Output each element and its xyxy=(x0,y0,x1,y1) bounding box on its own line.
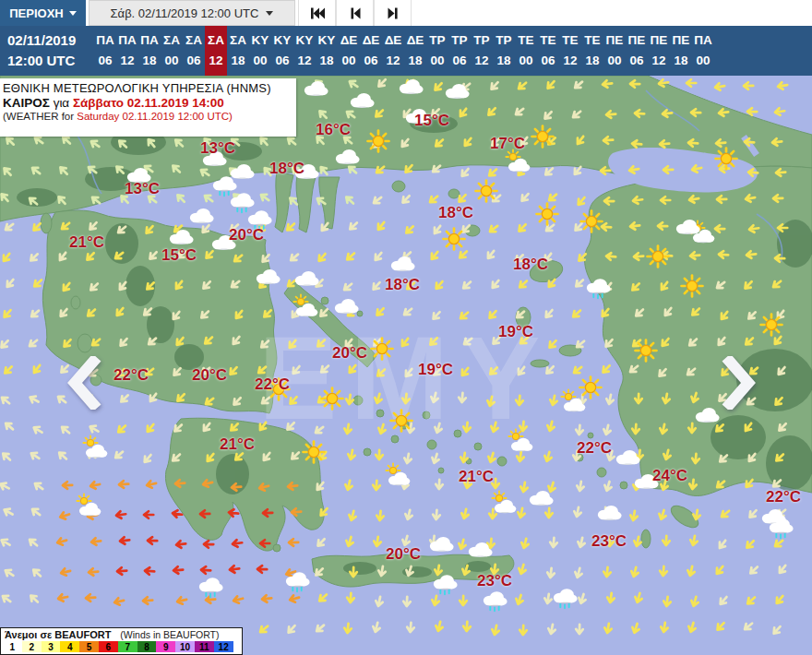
timeline-cell[interactable]: ΤΡ12 xyxy=(471,26,493,76)
legend-subtitle: (Winds in BEAUFORT) xyxy=(120,629,219,640)
beaufort-scale-cell: 7 xyxy=(118,641,137,652)
datetime-dropdown-label: Σάβ. 02/11/2019 12:00 UTC xyxy=(111,6,259,20)
temperature-label: 13°C xyxy=(200,139,235,158)
timeline-cell[interactable]: ΔΕ06 xyxy=(360,26,382,76)
timeline-cell[interactable]: ΚΥ18 xyxy=(316,26,338,76)
temperature-label: 22°C xyxy=(113,366,149,385)
beaufort-scale-cell: 9 xyxy=(156,641,175,652)
timeline-cell[interactable]: ΠΕ00 xyxy=(603,26,626,76)
timeline-time: 12:00 UTC xyxy=(7,51,94,71)
timeline-cell[interactable]: ΣΑ06 xyxy=(183,26,205,76)
skip-to-start-button[interactable] xyxy=(298,0,336,26)
temperature-label: 18°C xyxy=(385,276,420,294)
temperature-label: 15°C xyxy=(161,246,197,265)
agency-title: ΕΘΝΙΚΗ ΜΕΤΕΩΡΟΛΟΓΙΚΗ ΥΠΗΡΕΣΙΑ (HNMS) xyxy=(3,81,292,95)
timeline-cell[interactable]: ΚΥ06 xyxy=(271,26,293,76)
sun-icon xyxy=(391,411,412,432)
temperature-label: 21°C xyxy=(459,468,494,486)
timeline-cell[interactable]: ΚΥ00 xyxy=(249,26,271,76)
weather-map: ΕΜΥ ΕΘΝΙΚΗ ΜΕΤΕΩΡΟΛΟΓΙΚΗ ΥΠΗΡΕΣΙΑ (HNMS)… xyxy=(0,76,812,655)
map-header-box: ΕΘΝΙΚΗ ΜΕΤΕΩΡΟΛΟΓΙΚΗ ΥΠΗΡΕΣΙΑ (HNMS) ΚΑΙ… xyxy=(0,78,296,137)
datetime-dropdown-button[interactable]: Σάβ. 02/11/2019 12:00 UTC xyxy=(89,0,295,26)
beaufort-scale-cell: 5 xyxy=(79,641,99,652)
timeline-cell[interactable]: ΠΑ12 xyxy=(116,26,138,76)
beaufort-scale: 123456789101112 xyxy=(3,641,240,652)
beaufort-scale-cell: 1 xyxy=(3,641,22,652)
timeline-cell[interactable]: ΠΑ18 xyxy=(138,26,161,76)
timeline-cell[interactable]: ΤΡ18 xyxy=(493,26,515,76)
beaufort-scale-cell: 4 xyxy=(60,641,79,652)
temperature-label: 18°C xyxy=(269,160,304,178)
timeline-cell[interactable]: ΣΑ18 xyxy=(227,26,249,76)
step-back-button[interactable] xyxy=(336,0,374,26)
skip-to-start-icon xyxy=(309,6,326,20)
timeline-cell[interactable]: ΤΡ06 xyxy=(448,26,471,76)
temperature-label: 22°C xyxy=(766,488,801,506)
timeline-cell[interactable]: ΤΕ18 xyxy=(581,26,603,76)
temperature-label: 16°C xyxy=(316,121,351,139)
timeline-bar: 02/11/2019 12:00 UTC ΠΑ06ΠΑ12ΠΑ18ΣΑ00ΣΑ0… xyxy=(0,26,812,76)
timeline-cell[interactable]: ΠΑ00 xyxy=(692,26,714,76)
timeline-cell[interactable]: ΔΕ12 xyxy=(382,26,404,76)
timeline-current-datetime: 02/11/2019 12:00 UTC xyxy=(0,26,94,76)
timeline-date: 02/11/2019 xyxy=(7,30,94,51)
sun-icon xyxy=(580,377,602,399)
timeline-cell[interactable]: ΣΑ12 xyxy=(205,26,227,76)
temperature-label: 17°C xyxy=(490,135,525,153)
step-back-icon xyxy=(349,6,362,20)
timeline-cell[interactable]: ΤΕ00 xyxy=(515,26,537,76)
timeline-cell[interactable]: ΔΕ00 xyxy=(338,26,360,76)
temperature-label: 13°C xyxy=(125,180,160,198)
timeline-cell[interactable]: ΔΕ18 xyxy=(404,26,426,76)
forecast-title-utc: (WEATHER for Saturday 02.11.2019 12:00 U… xyxy=(3,111,292,122)
sun-icon xyxy=(682,276,703,297)
sun-icon xyxy=(444,229,465,250)
beaufort-scale-cell: 2 xyxy=(22,641,42,652)
sun-icon xyxy=(716,149,737,170)
temperature-label: 20°C xyxy=(386,545,421,564)
temperature-label: 18°C xyxy=(438,204,473,222)
step-forward-button[interactable] xyxy=(374,0,412,26)
chevron-down-icon xyxy=(266,11,273,16)
sun-icon xyxy=(322,388,343,410)
temperature-label: 15°C xyxy=(414,112,449,130)
sun-icon xyxy=(368,131,389,152)
weather-app-window: ΠΕΡΙΟΧΗ Σάβ. 02/11/2019 12:00 UTC xyxy=(0,0,812,655)
timeline-cell[interactable]: ΠΕ06 xyxy=(626,26,648,76)
chevron-left-icon xyxy=(75,362,93,404)
region-dropdown-label: ΠΕΡΙΟΧΗ xyxy=(9,6,64,20)
pan-right-button[interactable] xyxy=(720,356,758,410)
region-dropdown-button[interactable]: ΠΕΡΙΟΧΗ xyxy=(0,0,86,26)
pan-left-button[interactable] xyxy=(65,356,103,410)
timeline-cell[interactable]: ΠΑ06 xyxy=(94,26,116,76)
temperature-label: 23°C xyxy=(477,572,512,590)
timeline-cell[interactable]: ΠΕ18 xyxy=(670,26,692,76)
chevron-down-icon xyxy=(69,11,77,16)
timeline-cell[interactable]: ΤΕ12 xyxy=(559,26,581,76)
temperature-label: 18°C xyxy=(513,256,548,274)
temperature-label: 20°C xyxy=(192,366,227,385)
playback-controls xyxy=(298,0,412,26)
timeline-cell[interactable]: ΣΑ00 xyxy=(161,26,183,76)
temperature-label: 22°C xyxy=(577,439,612,458)
timeline-cell[interactable]: ΤΡ00 xyxy=(426,26,448,76)
sun-icon xyxy=(532,126,554,148)
temperature-label: 24°C xyxy=(652,467,687,485)
wind-legend: Άνεμοι σε BEAUFORT (Winds in BEAUFORT) 1… xyxy=(0,627,243,655)
sun-icon xyxy=(476,181,497,202)
temperature-label: 22°C xyxy=(255,375,290,394)
beaufort-scale-cell: 3 xyxy=(42,641,61,652)
temperature-label: 19°C xyxy=(498,323,533,341)
temperature-label: 23°C xyxy=(591,532,627,551)
temperature-label: 19°C xyxy=(418,361,453,379)
timeline-cell[interactable]: ΚΥ12 xyxy=(293,26,316,76)
timeline-cell[interactable]: ΤΕ06 xyxy=(537,26,559,76)
beaufort-scale-cell: 12 xyxy=(214,641,233,652)
timeline-cell[interactable]: ΠΕ12 xyxy=(648,26,670,76)
temperature-label: 20°C xyxy=(229,226,264,244)
legend-title: Άνεμοι σε BEAUFORT xyxy=(5,629,111,640)
temperature-label: 21°C xyxy=(69,233,104,252)
sun-icon xyxy=(537,204,558,225)
step-forward-icon xyxy=(387,6,400,20)
chevron-right-icon xyxy=(730,362,748,404)
